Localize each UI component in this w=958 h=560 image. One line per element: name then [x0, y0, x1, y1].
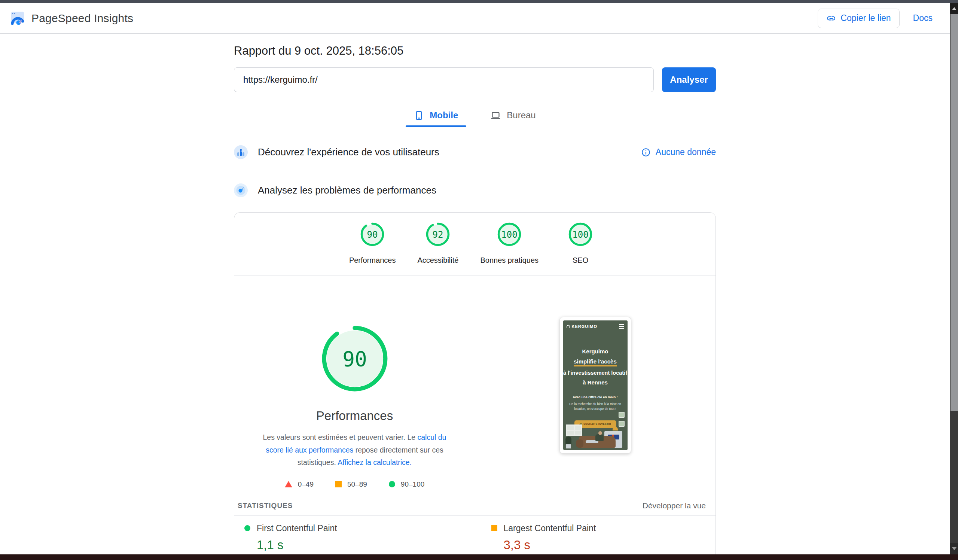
score-label: Accessibilité: [417, 256, 458, 265]
svg-text:100: 100: [572, 230, 588, 240]
metric-first-contentful-paint: First Contentful Paint 1,1 s: [238, 516, 467, 560]
copy-link-button[interactable]: Copier le lien: [818, 9, 899, 28]
metric-name: Largest Contentful Paint: [504, 524, 596, 533]
url-input[interactable]: [234, 67, 654, 92]
svg-text:100: 100: [501, 230, 517, 240]
legend-range: 0–49: [298, 480, 314, 489]
metric-value: 3,3 s: [504, 538, 714, 552]
performance-gauge-icon: [234, 183, 248, 197]
site-heading-4: à Rennes: [563, 379, 628, 385]
window-top-edge: [0, 0, 958, 3]
expand-view-button[interactable]: Développer la vue: [642, 501, 706, 510]
analyze-button[interactable]: Analyser: [662, 67, 716, 92]
score-label: Performances: [349, 256, 396, 265]
score-seo[interactable]: 100 SEO: [560, 222, 601, 265]
site-illustration: [563, 423, 628, 450]
svg-text:90: 90: [367, 230, 378, 240]
score-label: Bonnes pratiques: [480, 256, 539, 265]
site-heading-3: à l'investissement locatif: [563, 370, 628, 376]
site-screenshot: KERGUIMO Kerguimo simplifie l'accès à l'…: [563, 320, 628, 450]
red-triangle-icon: [285, 481, 292, 487]
tab-desktop-label: Bureau: [507, 110, 536, 121]
copy-link-label: Copier le lien: [841, 13, 891, 23]
site-screenshot-thumbnail[interactable]: KERGUIMO Kerguimo simplifie l'accès à l'…: [560, 317, 631, 454]
metric-value: 1,1 s: [257, 538, 467, 552]
score-ring: 100: [568, 222, 593, 247]
report-title: Rapport du 9 oct. 2025, 18:56:05: [234, 44, 716, 58]
performance-gauge-column: 90 Performances Les valeurs sont estimée…: [234, 276, 475, 489]
main-content: Rapport du 9 oct. 2025, 18:56:05 Analyse…: [234, 34, 716, 560]
score-bonnes-pratiques[interactable]: 100 Bonnes pratiques: [480, 222, 539, 265]
tab-desktop[interactable]: Bureau: [487, 108, 539, 127]
gauge-title: Performances: [316, 409, 393, 423]
device-tabs: Mobile Bureau: [234, 108, 716, 127]
scroll-up-icon: [952, 7, 956, 10]
legend-range: 50–89: [347, 480, 367, 489]
site-preview-column: KERGUIMO Kerguimo simplifie l'accès à l'…: [475, 276, 715, 489]
green-circle-icon: [389, 481, 395, 487]
pagespeed-logo-icon: [10, 11, 25, 26]
legend-fail: 0–49: [285, 480, 314, 489]
legend-average: 50–89: [335, 480, 367, 489]
docs-link[interactable]: Docs: [913, 13, 933, 23]
site-logo-icon: [566, 325, 570, 329]
page-scrollbar[interactable]: [950, 3, 958, 554]
no-data-label: Aucune donnée: [656, 147, 716, 157]
window-bottom-edge: [0, 554, 958, 560]
score-performances[interactable]: 90 Performances: [349, 222, 396, 265]
scrollbar-up-button[interactable]: [950, 3, 958, 14]
app-header: PageSpeed Insights Copier le lien Docs: [0, 3, 950, 34]
average-marker-icon: [491, 525, 497, 531]
category-scores-row: 90 Performances 92 Accessibilité 100 Bo: [234, 213, 715, 265]
lighthouse-report-card: 90 Performances 92 Accessibilité 100 Bo: [234, 212, 716, 560]
calculator-link[interactable]: Affichez la calculatrice.: [338, 458, 412, 466]
score-ring: 100: [496, 222, 522, 247]
metrics-grid: First Contentful Paint 1,1 s Largest Con…: [234, 516, 715, 560]
url-analyze-row: Analyser: [234, 67, 716, 92]
user-experience-section-header: Découvrez l'expérience de vos utilisateu…: [234, 145, 716, 159]
score-ring: 92: [425, 222, 450, 247]
performance-score-gauge: 90: [320, 324, 390, 394]
link-icon: [826, 13, 836, 23]
statistics-heading: STATISTIQUES: [238, 501, 293, 510]
info-icon: [641, 148, 651, 157]
scrollbar-thumb[interactable]: [950, 14, 958, 411]
svg-text:92: 92: [433, 230, 443, 240]
users-experience-icon: [234, 145, 248, 159]
score-label: SEO: [573, 256, 588, 265]
laptop-icon: [490, 110, 501, 121]
hamburger-menu-icon: [619, 324, 624, 329]
performance-section-header: Analysez les problèmes de performances: [234, 183, 716, 197]
score-ring: 90: [360, 222, 385, 247]
svg-text:90: 90: [343, 347, 367, 371]
vertical-separator: [475, 359, 475, 404]
scroll-down-icon: [952, 547, 956, 550]
site-heading-2: simplifie l'accès: [574, 358, 616, 366]
section-divider: [234, 169, 716, 169]
performance-title: Analysez les problèmes de performances: [258, 184, 436, 196]
metric-name: First Contentful Paint: [257, 524, 337, 533]
good-marker-icon: [244, 525, 251, 531]
scrollbar-down-button[interactable]: [950, 543, 958, 554]
legend-pass: 90–100: [389, 480, 424, 489]
statistics-header-row: STATISTIQUES Développer la vue: [234, 501, 715, 510]
no-data-status[interactable]: Aucune donnée: [641, 147, 716, 157]
orange-square-icon: [335, 481, 342, 487]
tab-mobile[interactable]: Mobile: [410, 108, 462, 127]
desc-text: Les valeurs sont estimées et peuvent var…: [263, 433, 418, 441]
site-subtitle: De la recherche du bien à la mise enloca…: [563, 402, 628, 411]
tab-mobile-label: Mobile: [430, 110, 458, 121]
score-accessibilite[interactable]: 92 Accessibilité: [417, 222, 458, 265]
site-heading-1: Kerguimo: [563, 348, 628, 354]
metric-largest-contentful-paint: Largest Contentful Paint 3,3 s: [485, 516, 714, 560]
app-title: PageSpeed Insights: [32, 12, 133, 25]
smartphone-icon: [414, 110, 424, 121]
gauge-description: Les valeurs sont estimées et peuvent var…: [260, 431, 450, 469]
site-subtitle-bold: Avec une Offre clé en main :: [563, 395, 628, 399]
score-legend: 0–49 50–89 90–100: [285, 480, 425, 489]
gauge-and-preview-area: 90 Performances Les valeurs sont estimée…: [234, 276, 715, 489]
site-brand: KERGUIMO: [566, 324, 598, 329]
legend-range: 90–100: [401, 480, 424, 489]
user-experience-title: Découvrez l'expérience de vos utilisateu…: [258, 146, 439, 158]
